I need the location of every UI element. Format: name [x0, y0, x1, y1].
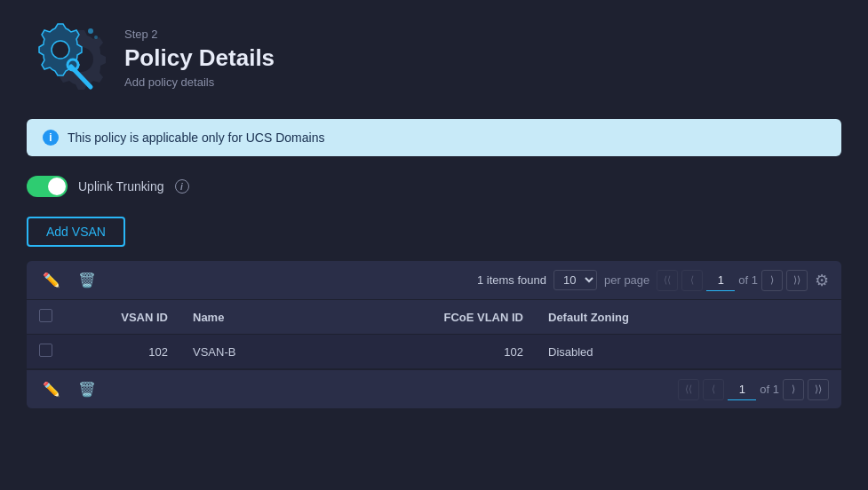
edit-button[interactable]: ✏️	[39, 268, 64, 292]
col-header-fcoe: FCoE VLAN ID	[358, 300, 536, 335]
toggle-label: Uplink Trunking	[78, 179, 164, 194]
page-title: Policy Details	[124, 44, 275, 72]
step-label: Step 2	[124, 28, 275, 41]
row-name: VSAN-B	[180, 335, 358, 369]
info-text: This policy is applicable only for UCS D…	[68, 130, 324, 145]
toolbar-right-controls: 1 items found 10 20 50 per page ⟨⟨ ⟨ of …	[477, 270, 829, 291]
toggle-section: Uplink Trunking i	[27, 176, 841, 197]
row-default-zoning: Disabled	[536, 335, 841, 369]
table-header-row: VSAN ID Name FCoE VLAN ID Default Zoning	[27, 300, 841, 335]
add-vsan-button[interactable]: Add VSAN	[27, 217, 125, 247]
first-page-button[interactable]: ⟨⟨	[657, 270, 678, 291]
header-icon	[27, 18, 107, 98]
page-number-input[interactable]	[706, 270, 735, 291]
col-header-name: Name	[180, 300, 358, 335]
row-select-cell	[27, 335, 65, 369]
row-checkbox[interactable]	[39, 344, 52, 357]
header-text: Step 2 Policy Details Add policy details	[124, 28, 275, 89]
bottom-prev-page-button[interactable]: ⟨	[703, 379, 724, 400]
info-icon: i	[43, 130, 59, 146]
table-settings-button[interactable]: ⚙	[815, 271, 829, 290]
bottom-toolbar: ✏️ 🗑️ ⟨⟨ ⟨ of 1 ⟩ ⟩⟩	[27, 369, 841, 408]
pagination-controls: ⟨⟨ ⟨ of 1 ⟩ ⟩⟩	[657, 270, 808, 291]
bottom-pagination-controls: ⟨⟨ ⟨ of 1 ⟩ ⟩⟩	[678, 379, 829, 400]
toolbar-left-actions: ✏️ 🗑️	[39, 268, 100, 292]
bottom-pagination: ⟨⟨ ⟨ of 1 ⟩ ⟩⟩	[678, 379, 829, 400]
bottom-page-of-label: of 1	[760, 383, 779, 396]
uplink-trunking-toggle[interactable]	[27, 176, 68, 197]
row-vsan-id: 102	[65, 335, 180, 369]
top-toolbar: ✏️ 🗑️ 1 items found 10 20 50 per page ⟨⟨…	[27, 261, 841, 300]
col-header-default-zoning: Default Zoning	[536, 300, 841, 335]
svg-point-1	[52, 41, 69, 59]
prev-page-button[interactable]: ⟨	[681, 270, 703, 291]
vsan-table: VSAN ID Name FCoE VLAN ID Default Zoning…	[27, 300, 841, 369]
next-page-button[interactable]: ⟩	[761, 270, 783, 291]
delete-button[interactable]: 🗑️	[75, 268, 100, 292]
page-header: Step 2 Policy Details Add policy details	[27, 18, 841, 98]
toggle-info-icon[interactable]: i	[175, 179, 189, 194]
table-row: 102 VSAN-B 102 Disabled	[27, 335, 841, 369]
page-of-label: of 1	[738, 273, 758, 287]
select-all-checkbox[interactable]	[39, 309, 52, 322]
svg-point-5	[94, 36, 98, 39]
select-all-cell	[27, 300, 65, 335]
bottom-last-page-button[interactable]: ⟩⟩	[808, 379, 829, 400]
items-found-label: 1 items found	[477, 273, 546, 287]
bottom-toolbar-left-actions: ✏️ 🗑️	[39, 377, 100, 401]
info-banner: i This policy is applicable only for UCS…	[27, 119, 841, 156]
bottom-first-page-button[interactable]: ⟨⟨	[678, 379, 699, 400]
col-header-vsan-id: VSAN ID	[65, 300, 180, 335]
svg-point-4	[88, 28, 93, 34]
row-fcoe-vlan-id: 102	[358, 335, 536, 369]
bottom-delete-button[interactable]: 🗑️	[75, 377, 100, 401]
per-page-select[interactable]: 10 20 50	[553, 270, 597, 290]
per-page-label: per page	[604, 273, 649, 287]
bottom-page-number-input[interactable]	[728, 379, 756, 400]
bottom-edit-button[interactable]: ✏️	[39, 377, 64, 401]
bottom-next-page-button[interactable]: ⟩	[783, 379, 804, 400]
page-subtitle: Add policy details	[124, 75, 275, 89]
last-page-button[interactable]: ⟩⟩	[786, 270, 808, 291]
vsan-table-container: ✏️ 🗑️ 1 items found 10 20 50 per page ⟨⟨…	[27, 261, 841, 408]
